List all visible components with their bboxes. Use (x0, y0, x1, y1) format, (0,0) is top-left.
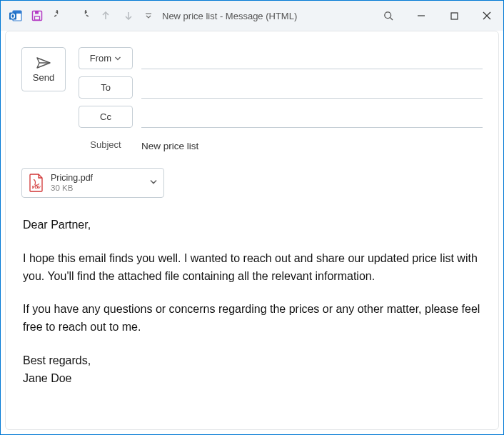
cc-field[interactable] (141, 106, 483, 128)
svg-rect-5 (35, 16, 40, 20)
minimize-button[interactable] (405, 4, 438, 28)
attachment-size: 30 KB (51, 184, 93, 194)
subject-field[interactable]: New price list (141, 135, 483, 155)
outlook-app-icon (8, 8, 24, 24)
send-button[interactable]: Send (21, 47, 66, 91)
title-bar: New price list - Message (HTML) (1, 1, 503, 31)
save-button[interactable] (28, 6, 46, 25)
body-paragraph: I hope this email finds you well. I want… (23, 250, 481, 286)
search-button[interactable] (372, 4, 405, 28)
svg-rect-13 (451, 13, 458, 19)
redo-button[interactable] (74, 6, 92, 25)
maximize-button[interactable] (438, 4, 470, 28)
cc-button[interactable]: Cc (79, 106, 133, 128)
body-sender: Jane Doe (23, 370, 481, 388)
body-greeting: Dear Partner, (23, 216, 481, 234)
attachment-chip[interactable]: PDF Pricing.pdf 30 KB (21, 168, 164, 198)
quick-access-customize[interactable] (142, 6, 155, 25)
close-button[interactable] (470, 4, 503, 28)
window-title: New price list - Message (HTML) (162, 11, 297, 21)
attachment-menu-button[interactable] (149, 178, 158, 189)
chevron-down-icon (114, 55, 121, 62)
svg-rect-6 (35, 11, 39, 14)
undo-button[interactable] (51, 6, 69, 25)
compose-window: Send From To Cc Subject New price list (5, 31, 499, 430)
attachment-name: Pricing.pdf (51, 173, 93, 184)
previous-item-button[interactable] (96, 6, 115, 25)
to-button[interactable]: To (79, 76, 133, 99)
send-label: Send (33, 72, 54, 83)
pdf-icon: PDF (28, 173, 45, 193)
svg-line-11 (390, 17, 393, 20)
message-body[interactable]: Dear Partner, I hope this email finds yo… (6, 202, 498, 395)
body-paragraph: If you have any questions or concerns re… (23, 301, 481, 336)
next-item-button[interactable] (119, 6, 138, 25)
from-field[interactable] (141, 47, 483, 69)
to-field[interactable] (141, 76, 483, 99)
body-signoff: Best regards, (23, 352, 481, 370)
from-button[interactable]: From (79, 47, 133, 69)
subject-label: Subject (79, 135, 133, 150)
svg-point-10 (384, 11, 390, 18)
